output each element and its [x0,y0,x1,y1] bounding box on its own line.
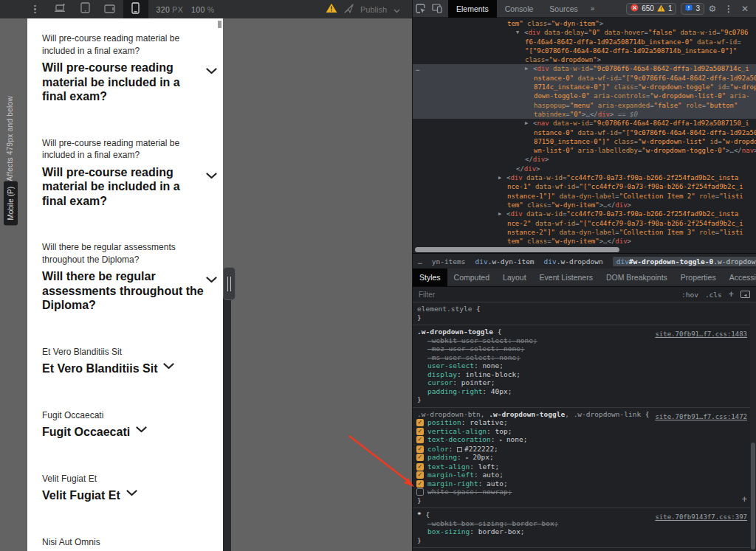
close-icon[interactable]: ✕ [737,0,753,18]
dom-tree-line[interactable]: nstance-1"]" data-dyn-label="Collection … [413,192,756,201]
declaration-checkbox[interactable] [416,463,424,471]
dom-tree-line[interactable]: ▼<div data-delay="0" data-hover="false" … [413,28,756,37]
dom-tree-line[interactable]: wn-list-0" aria-labelledby="w-dropdown-t… [413,146,756,155]
css-declaration[interactable]: text-decoration: ▸ none; [413,435,756,445]
faq-dropdown-toggle[interactable]: Will pre-course reading material be incl… [42,165,214,209]
dom-tree-line[interactable]: tem" class="w-dyn-item">…</div> [413,237,756,246]
styles-tab-properties[interactable]: Properties [674,268,723,287]
dom-tree-line[interactable]: nstance-0" data-wf-id="["9c0786f6-46a4-8… [413,74,756,83]
dom-tree-line[interactable]: down-toggle-0" aria-controls="w-dropdown… [413,91,756,100]
dom-tree-line[interactable]: class="w-dropdown"> [413,55,756,64]
css-declaration[interactable]: display: inline-block; [413,370,756,379]
dom-tree-line[interactable]: haspopup="menu" aria-expanded="false" ro… [413,101,756,110]
faq-dropdown-toggle[interactable]: Et Vero Blanditiis Sit [42,361,214,376]
breakpoint-badge[interactable]: Mobile (P) [4,181,18,226]
more-tabs-icon[interactable]: » [591,4,595,13]
breadcrumb-item[interactable]: div.w-dropdown [544,257,603,266]
expand-arrow-icon[interactable]: ▶ [525,119,533,128]
dom-tree-line[interactable]: nce-1" data-wf-id="["cc44fc79-0a73-f90a-… [413,182,756,191]
viewport-width-value[interactable]: 320 [157,5,171,14]
dom-tree-line[interactable]: 8714c_instance-0"]" class="w-dropdown-to… [413,83,756,91]
breakpoint-desktop-button[interactable] [48,0,73,18]
publish-button[interactable]: Publish [360,5,387,14]
inspect-element-icon[interactable] [413,0,429,18]
zoom-level-value[interactable]: 100 [191,5,205,14]
device-toolbar-icon[interactable] [429,0,445,18]
declaration-checkbox[interactable] [416,428,424,435]
css-declaration[interactable]: margin-left: auto; [413,471,756,479]
expand-arrow-icon[interactable]: ▶ [525,64,533,73]
devtools-kebab-icon[interactable]: ⋮ [721,0,737,18]
css-declaration[interactable]: -moz-user-select: none; [413,344,756,353]
add-declaration-button[interactable]: + [742,496,747,505]
breadcrumb-item[interactable]: div#w-dropdown-toggle-0.w-dropdown-toggl… [613,257,756,266]
styles-tab-layout[interactable]: Layout [496,268,533,287]
breakpoint-mobile-landscape-button[interactable] [98,0,123,18]
tab-elements[interactable]: Elements [448,0,497,18]
styles-tab-accessibility[interactable]: Accessibility [723,268,756,287]
viewport-resize-handle[interactable] [223,267,236,300]
expand-arrow-icon[interactable]: ▶ [498,173,506,182]
dom-tree-line[interactable]: </div> [413,164,756,173]
dom-tree-line[interactable]: tem" class="w-dyn-item">…</div> [413,201,756,209]
dom-tree-line[interactable]: nstance-0" data-wf-id="["9c0786f6-46a4-8… [413,128,756,137]
warning-triangle-icon[interactable] [326,3,337,16]
dom-tree-line[interactable]: nce-2" data-wf-id="["cc44fc79-0a73-f90a-… [413,219,756,228]
dom-tree-line[interactable]: f6-46a4-8642-dffa-1d92a508714b_instance-… [413,38,756,46]
publish-caret-icon[interactable] [394,3,400,16]
dom-tree-line[interactable]: 87150_instance-0"]" class="w-dropdown-li… [413,137,756,146]
declaration-checkbox[interactable] [416,446,424,453]
hscrollbar-thumb[interactable] [415,247,619,252]
new-style-rule-button[interactable]: + [729,289,734,299]
dom-tree-line[interactable]: ▶<nav data-w-id="9c0786f6-46a4-8642-dffa… [413,119,756,128]
toggle-hover-state-button[interactable]: :hov [681,291,698,299]
declaration-checkbox[interactable] [416,419,424,426]
dom-tree-line[interactable]: nstance-2"]" data-dyn-label="Collection … [413,228,756,237]
css-declaration[interactable]: margin-right: auto; [413,479,756,488]
breakpoint-tablet-button[interactable] [73,0,98,18]
dom-tree-line[interactable]: …▶<div data-w-id="9c0786f6-46a4-8642-dff… [413,64,756,73]
styles-tab-styles[interactable]: Styles [413,268,447,287]
declaration-checkbox[interactable] [416,436,424,443]
faq-dropdown-toggle[interactable]: Will there be regular assessments throug… [42,269,214,313]
row-overflow-icon[interactable]: … [416,64,419,73]
faq-dropdown-toggle[interactable]: Will pre-course reading material be incl… [42,60,214,104]
color-swatch[interactable] [457,447,462,452]
faq-dropdown-toggle[interactable]: Fugit Occaecati [42,425,214,440]
issues-badge[interactable]: 3 [681,3,704,15]
dom-tree-line[interactable]: </div> [413,155,756,164]
menu-kebab-icon[interactable] [34,5,36,14]
css-declaration[interactable]: text-align: left; [413,462,756,471]
dom-tree-line[interactable]: "["9c0786f6-46a4-8642-dffa-1d92a508714b_… [413,46,756,55]
declaration-checkbox[interactable] [416,471,424,479]
tab-sources[interactable]: Sources [541,0,586,18]
preview-scrollbar-thumb[interactable] [218,21,221,28]
css-declaration[interactable]: white-space: nowrap; [413,488,756,496]
declaration-checkbox[interactable] [416,454,424,461]
css-declaration[interactable]: padding: ▸ 20px; [413,453,756,462]
dom-tree-line[interactable]: ▶<div data-w-id="cc44fc79-0a73-f90a-b266… [413,173,756,182]
dom-tree-line[interactable]: tabindex="0">…</div> == $0 [413,110,756,119]
styles-tab-dom-breakpoints[interactable]: DOM Breakpoints [599,268,674,287]
css-declaration[interactable]: vertical-align: top; [413,427,756,436]
breadcrumb-item[interactable]: yn-items [432,257,466,266]
styles-tab-event-listeners[interactable]: Event Listeners [533,268,599,287]
expand-arrow-icon[interactable]: ▶ [498,209,506,218]
breadcrumb-item[interactable]: … [418,257,422,266]
css-declaration[interactable]: -webkit-user-select: none; [413,336,756,345]
css-declaration[interactable]: -webkit-box-sizing: border-box; [413,519,756,528]
styles-tab-computed[interactable]: Computed [447,268,496,287]
css-declaration[interactable]: position: relative; [413,418,756,427]
dom-tree-line[interactable]: tem" class="w-dyn-item"> [413,19,756,28]
faq-dropdown-toggle[interactable]: Velit Fugiat Et [42,488,214,503]
css-declaration[interactable]: user-select: none; [413,361,756,370]
declaration-checkbox[interactable] [416,488,424,496]
css-declaration[interactable]: padding-right: 40px; [413,387,756,396]
css-declaration[interactable]: -ms-user-select: none; [413,353,756,362]
tab-console[interactable]: Console [497,0,542,18]
declaration-checkbox[interactable] [416,480,424,488]
dom-tree-line[interactable]: ▶<div data-w-id="cc44fc79-0a73-f90a-b266… [413,209,756,218]
styles-scrollbar-thumb[interactable] [751,443,755,550]
styles-filter-input[interactable] [419,291,551,299]
breadcrumb-item[interactable]: div.w-dyn-item [475,257,535,266]
